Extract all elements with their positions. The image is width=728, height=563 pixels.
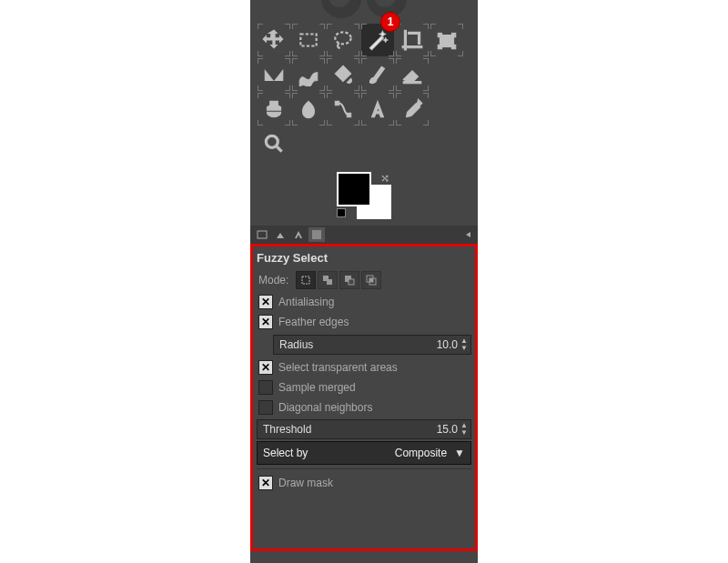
transparent-row[interactable]: ✕ Select transparent areas — [253, 357, 475, 377]
text-icon — [366, 97, 389, 121]
clone-tool[interactable] — [258, 93, 290, 126]
svg-rect-20 — [369, 278, 373, 282]
radius-value: 10.0 — [437, 338, 458, 351]
fg-color-swatch[interactable] — [337, 172, 371, 206]
diagonal-row[interactable]: Diagonal neighbors — [253, 397, 475, 417]
mode-subtract-button[interactable] — [339, 271, 359, 289]
mode-intersect-button[interactable] — [361, 271, 381, 289]
tool-options-tab[interactable] — [254, 227, 270, 242]
sample-merged-label: Sample merged — [278, 381, 356, 394]
eraser-tool[interactable] — [396, 58, 429, 91]
clone-stamp-icon — [262, 97, 286, 121]
crop-icon — [400, 28, 424, 52]
threshold-spinner[interactable]: ▲▼ — [460, 422, 469, 437]
flip-tool[interactable] — [258, 58, 290, 91]
eraser-icon — [400, 63, 424, 86]
separator — [257, 468, 471, 469]
draw-mask-label: Draw mask — [278, 477, 333, 489]
move-tool[interactable] — [258, 24, 290, 56]
history-tab[interactable] — [290, 227, 307, 242]
magnifier-icon — [262, 132, 286, 156]
callout-badge-1: 1 — [380, 12, 400, 32]
radius-field[interactable]: Radius 10.0 ▲▼ — [273, 335, 471, 355]
mode-add-button[interactable] — [318, 271, 338, 289]
svg-rect-0 — [300, 35, 316, 46]
toolbox-panel: ⤭ Fuzzy Select Mode: ✕ Antialiasing — [250, 0, 478, 563]
radius-spinner[interactable]: ▲▼ — [460, 337, 469, 352]
flip-icon — [262, 63, 286, 86]
text-tool[interactable] — [361, 93, 394, 126]
threshold-field[interactable]: Threshold 15.0 ▲▼ — [257, 419, 471, 439]
antialiasing-checkbox[interactable]: ✕ — [258, 295, 273, 309]
crop-tool[interactable] — [396, 24, 429, 56]
warp-tool[interactable] — [292, 58, 325, 91]
radius-label: Radius — [279, 338, 313, 351]
paths-icon — [331, 97, 355, 121]
diagonal-label: Diagonal neighbors — [278, 401, 372, 414]
radius-row: Radius 10.0 ▲▼ — [253, 332, 475, 357]
swap-colors-icon[interactable]: ⤭ — [380, 172, 389, 185]
lasso-icon — [331, 28, 355, 52]
color-swatches: ⤭ — [250, 166, 478, 226]
svg-point-10 — [266, 136, 278, 147]
rectangle-select-icon — [297, 28, 320, 52]
smudge-tool[interactable] — [292, 93, 325, 126]
tab-menu-button[interactable] — [461, 228, 474, 241]
smudge-icon — [297, 97, 320, 121]
svg-rect-13 — [302, 276, 309, 284]
paintbrush-icon — [366, 63, 389, 86]
eyedropper-icon — [400, 97, 424, 121]
images-tab[interactable] — [308, 227, 325, 242]
feather-label: Feather edges — [278, 316, 349, 328]
svg-rect-6 — [451, 45, 455, 48]
rectangle-select-tool[interactable] — [292, 24, 325, 56]
mode-replace-button[interactable] — [296, 271, 316, 289]
zoom-tool[interactable] — [258, 127, 290, 160]
tool-options-area: Fuzzy Select Mode: ✕ Antialiasing ✕ Feat… — [250, 244, 478, 551]
sample-merged-row[interactable]: Sample merged — [253, 377, 475, 397]
antialiasing-label: Antialiasing — [278, 296, 334, 308]
tool-options-title: Fuzzy Select — [253, 249, 475, 268]
feather-checkbox[interactable]: ✕ — [258, 315, 273, 329]
move-icon — [262, 28, 286, 52]
svg-rect-7 — [403, 82, 421, 84]
feather-row[interactable]: ✕ Feather edges — [253, 312, 475, 332]
default-colors-icon[interactable] — [337, 208, 346, 217]
transparent-checkbox[interactable]: ✕ — [258, 360, 273, 375]
svg-rect-17 — [349, 279, 354, 285]
draw-mask-checkbox[interactable]: ✕ — [258, 476, 273, 490]
svg-rect-5 — [438, 45, 441, 48]
svg-rect-12 — [312, 230, 321, 239]
svg-rect-8 — [335, 101, 339, 105]
toolbox — [250, 22, 478, 166]
threshold-label: Threshold — [263, 423, 311, 436]
rotate-tool[interactable] — [430, 24, 463, 56]
free-select-tool[interactable] — [327, 24, 359, 56]
svg-rect-3 — [438, 33, 441, 36]
diagonal-checkbox[interactable] — [258, 400, 273, 415]
transparent-label: Select transparent areas — [278, 361, 398, 374]
chevron-down-icon: ▼ — [454, 447, 465, 459]
svg-point-1 — [335, 32, 350, 44]
svg-rect-15 — [327, 279, 332, 285]
paintbrush-tool[interactable] — [361, 58, 394, 91]
warp-icon — [297, 63, 320, 86]
threshold-value: 15.0 — [437, 423, 458, 436]
mode-label: Mode: — [258, 274, 288, 287]
dock-tabs — [250, 226, 478, 244]
device-status-tab[interactable] — [272, 227, 288, 242]
draw-mask-row[interactable]: ✕ Draw mask — [253, 473, 475, 493]
svg-rect-4 — [451, 33, 455, 36]
magic-wand-icon — [366, 28, 389, 52]
bucket-fill-tool[interactable] — [327, 58, 359, 91]
select-by-label: Select by — [263, 447, 308, 459]
antialiasing-row[interactable]: ✕ Antialiasing — [253, 292, 475, 312]
svg-rect-11 — [258, 231, 267, 238]
mode-row: Mode: — [253, 268, 475, 292]
sample-merged-checkbox[interactable] — [258, 380, 273, 395]
bucket-icon — [331, 63, 355, 86]
color-picker-tool[interactable] — [396, 93, 429, 126]
select-by-dropdown[interactable]: Select by Composite ▼ — [257, 441, 471, 465]
paths-tool[interactable] — [327, 93, 359, 126]
wilber-decoration — [250, 0, 478, 22]
